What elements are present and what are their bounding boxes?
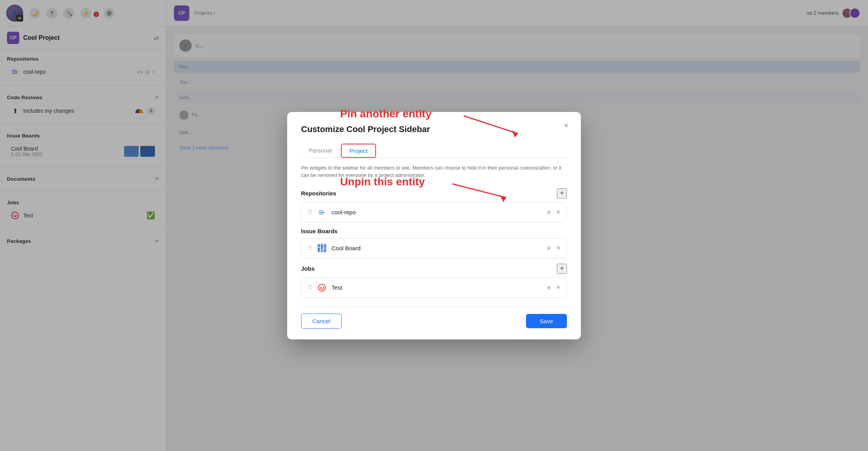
repo-remove-button[interactable]: × <box>556 208 560 216</box>
board-entity-row: ⠿ Cool Board ★ × <box>301 238 567 258</box>
modal-close-button[interactable]: × <box>561 120 572 131</box>
jobs-section-label: Jobs <box>301 265 315 272</box>
drag-handle-job[interactable]: ⠿ <box>308 284 312 291</box>
board-remove-button[interactable]: × <box>556 244 560 252</box>
job-entity-icon <box>317 283 327 293</box>
board-entity-icon <box>317 243 327 253</box>
job-pin-icon[interactable]: ★ <box>546 284 551 291</box>
customize-sidebar-modal: × Customize Cool Project Sidebar Persona… <box>287 112 581 339</box>
jobs-add-button[interactable]: + <box>557 264 567 274</box>
issue-boards-section-header: Issue Boards <box>301 228 567 234</box>
repositories-section-header: Repositories + <box>301 188 567 198</box>
save-button[interactable]: Save <box>526 314 567 328</box>
modal-overlay: × Customize Cool Project Sidebar Persona… <box>0 0 868 451</box>
jobs-section-header: Jobs + <box>301 264 567 274</box>
tab-personal[interactable]: Personal <box>301 144 339 158</box>
drag-handle-board[interactable]: ⠿ <box>308 244 312 252</box>
repo-entity-name: cool-repo <box>332 209 546 215</box>
modal-title: Customize Cool Project Sidebar <box>301 124 567 134</box>
repo-entity-icon <box>317 207 327 217</box>
modal-description: Pin widgets to the sidebar for all membe… <box>301 164 567 179</box>
board-pin-icon[interactable]: ★ <box>546 244 551 252</box>
job-entity-name: Test <box>332 284 546 291</box>
tab-project[interactable]: Project <box>341 144 376 158</box>
repo-pin-icon[interactable]: ★ <box>546 209 551 216</box>
issue-boards-section-label: Issue Boards <box>301 228 337 234</box>
job-remove-button[interactable]: × <box>556 283 560 292</box>
repositories-section-label: Repositories <box>301 190 336 197</box>
repositories-add-button[interactable]: + <box>557 188 567 198</box>
cancel-button[interactable]: Cancel <box>301 314 342 329</box>
board-entity-name: Cool Board <box>332 245 546 251</box>
modal-tabs: Personal Project <box>301 144 567 158</box>
job-entity-row: ⠿ Test ★ × <box>301 278 567 298</box>
drag-handle-repo[interactable]: ⠿ <box>308 209 312 216</box>
repo-entity-row: ⠿ cool-repo ★ × <box>301 202 567 222</box>
modal-footer: Cancel Save <box>301 307 567 329</box>
